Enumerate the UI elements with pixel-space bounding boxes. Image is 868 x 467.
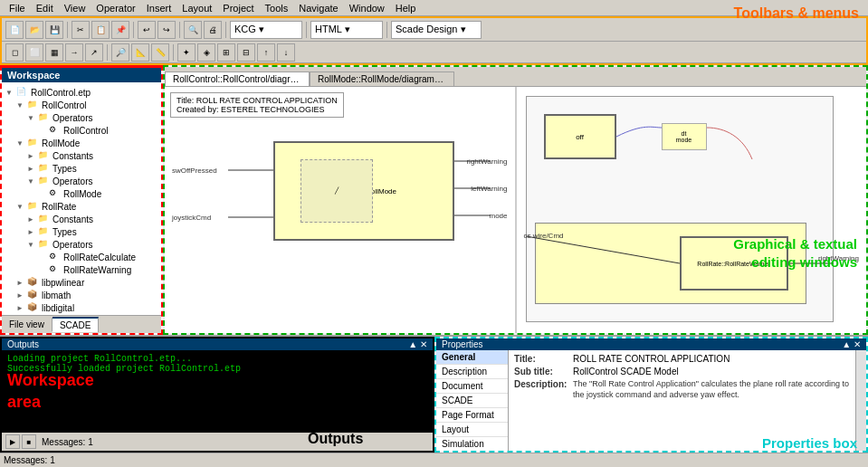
expander[interactable]: ►: [27, 215, 38, 224]
diagram-right[interactable]: off dtmode RollRate::RollRateWarner: [517, 87, 867, 333]
tree-item-rollratecalc[interactable]: ⚙ RollRateCalculate: [38, 251, 157, 263]
tree-label: Constants: [52, 214, 93, 224]
expander[interactable]: ▼: [16, 203, 27, 211]
menu-project[interactable]: Project: [217, 2, 259, 14]
flow-label: dtmode: [676, 130, 692, 143]
save-button[interactable]: 💾: [45, 21, 63, 39]
tree-item-rollrate[interactable]: ▼ 📁 RollRate: [16, 200, 157, 213]
tb2-btn6[interactable]: 🔎: [111, 43, 129, 62]
tree-item-constants2[interactable]: ► 📁 Constants: [27, 213, 157, 225]
tb2-btn7[interactable]: 📐: [131, 43, 149, 62]
tb2-btn3[interactable]: ▦: [45, 43, 63, 62]
tb2-btn12[interactable]: ⊟: [237, 43, 255, 62]
tree-item-types1[interactable]: ► 📁 Types: [27, 162, 157, 175]
menu-help[interactable]: Help: [390, 2, 422, 14]
flow-block[interactable]: dtmode: [662, 123, 707, 150]
tree-label: libmath: [42, 291, 71, 300]
copy-button[interactable]: 📋: [91, 21, 110, 39]
cat-scade[interactable]: SCADE: [436, 394, 508, 408]
menu-file[interactable]: File: [4, 2, 31, 14]
cut-button[interactable]: ✂: [72, 21, 90, 39]
tree-item-rollcontrol[interactable]: ▼ 📁 RollControl: [16, 99, 157, 111]
expander[interactable]: ▼: [5, 89, 16, 97]
cat-simulation[interactable]: Simulation: [436, 437, 508, 451]
tb2-btn14[interactable]: ↓: [277, 43, 295, 62]
expander[interactable]: ►: [16, 291, 27, 300]
menu-window[interactable]: Window: [344, 2, 390, 14]
tb2-btn13[interactable]: ↑: [257, 43, 275, 62]
tree-item-rollmode-op[interactable]: ⚙ RollMode: [38, 187, 157, 200]
tb2-btn1[interactable]: ◻: [5, 43, 24, 62]
tree-item-operators1[interactable]: ▼ 📁 Operators: [27, 111, 157, 124]
expander[interactable]: ►: [16, 304, 27, 312]
tree-item-operators3[interactable]: ▼ 📁 Operators: [27, 238, 157, 251]
menu-insert[interactable]: Insert: [141, 2, 177, 14]
tree-item-etp[interactable]: ▼ 📄 RollControl.etp: [5, 86, 157, 99]
format-dropdown[interactable]: HTML ▾: [310, 21, 383, 39]
tree-item-rollmode[interactable]: ▼ 📁 RollMode: [16, 137, 157, 149]
menu-operator[interactable]: Operator: [91, 2, 140, 14]
tree-item-constants1[interactable]: ► 📁 Constants: [27, 149, 157, 162]
inner-block[interactable]: ╱: [300, 159, 373, 223]
code-gen-dropdown[interactable]: KCG ▾: [230, 21, 302, 39]
outputs-content[interactable]: Loading project RollControl.etp... Succe…: [2, 350, 433, 433]
menu-edit[interactable]: Edit: [31, 2, 59, 14]
file-view-tab[interactable]: File view: [2, 318, 52, 331]
tree-item-rollcontrol-op[interactable]: ⚙ RollControl: [38, 124, 157, 137]
expander[interactable]: ▼: [27, 114, 38, 122]
prop-scrollbar[interactable]: [855, 350, 866, 451]
outputs-controls[interactable]: ▲ ✕: [408, 339, 427, 349]
menu-view[interactable]: View: [59, 2, 91, 14]
scade-tab[interactable]: SCADE: [52, 317, 99, 332]
tb2-btn10[interactable]: ◈: [197, 43, 215, 62]
expander[interactable]: ▼: [27, 241, 38, 249]
properties-controls[interactable]: ▲ ✕: [842, 339, 861, 349]
diagram-left[interactable]: Title: ROLL RATE CONTROL APPLICATION Cre…: [165, 87, 517, 333]
expander[interactable]: ►: [16, 279, 27, 287]
find-button[interactable]: 🔍: [184, 21, 202, 39]
cat-pageformat[interactable]: Page Format: [436, 408, 508, 423]
expander[interactable]: ►: [27, 165, 38, 173]
perspective-dropdown[interactable]: Scade Design ▾: [391, 21, 482, 39]
tree-item-rollratewarn[interactable]: ⚙ RollRateWarning: [38, 263, 157, 276]
edit-tab-rollmode[interactable]: RollMode::RollMode/diagram_RollMode_1 ✕: [310, 71, 454, 86]
undo-button[interactable]: ↩: [138, 21, 156, 39]
redo-button[interactable]: ↪: [157, 21, 176, 39]
tb2-btn2[interactable]: ⬜: [25, 43, 43, 62]
menu-layout[interactable]: Layout: [176, 2, 217, 14]
rollrate-warner-block[interactable]: RollRate::RollRateWarner: [680, 236, 788, 291]
expander[interactable]: ▼: [27, 177, 38, 186]
tb2-btn4[interactable]: →: [65, 43, 83, 62]
workspace-tree[interactable]: ▼ 📄 RollControl.etp ▼ 📁 RollControl ▼ 📁 …: [2, 82, 161, 315]
cat-layout[interactable]: Layout: [436, 423, 508, 437]
menu-tools[interactable]: Tools: [260, 2, 294, 14]
tree-item-operators2[interactable]: ▼ 📁 Operators: [27, 175, 157, 187]
menu-navigate[interactable]: Navigate: [293, 2, 343, 14]
print-button[interactable]: 🖨: [204, 21, 222, 39]
expander[interactable]: ►: [27, 152, 38, 160]
tb2-btn5[interactable]: ↗: [85, 43, 103, 62]
cat-description[interactable]: Description: [436, 365, 508, 379]
tb2-btn8[interactable]: 📏: [151, 43, 169, 62]
title-line1: Title: ROLL RATE CONTROL APPLICATION: [176, 96, 338, 105]
expander[interactable]: ▼: [16, 101, 27, 110]
cat-general[interactable]: General: [436, 350, 508, 365]
state-label: off: [576, 133, 584, 141]
tree-item-libpwlinear[interactable]: ► 📦 libpwlinear: [16, 276, 157, 289]
new-button[interactable]: 📄: [5, 21, 24, 39]
paste-button[interactable]: 📌: [111, 21, 129, 39]
cat-document[interactable]: Document: [436, 379, 508, 394]
state-off[interactable]: off: [544, 114, 616, 159]
edit-tab-rollcontrol[interactable]: RollControl::RollControl/diagram_RollCon…: [165, 71, 310, 86]
tree-item-types2[interactable]: ► 📁 Types: [27, 225, 157, 238]
stop-button[interactable]: ■: [22, 434, 36, 449]
expander[interactable]: ▼: [16, 139, 27, 148]
open-button[interactable]: 📂: [25, 21, 43, 39]
tree-item-libdigital[interactable]: ► 📦 libdigital: [16, 301, 157, 314]
tree-item-libmath[interactable]: ► 📦 libmath: [16, 289, 157, 301]
play-button[interactable]: ▶: [5, 434, 20, 449]
tb2-btn9[interactable]: ✦: [177, 43, 196, 62]
folder-icon: 📁: [27, 138, 40, 148]
expander[interactable]: ►: [27, 228, 38, 236]
tb2-btn11[interactable]: ⊞: [217, 43, 235, 62]
